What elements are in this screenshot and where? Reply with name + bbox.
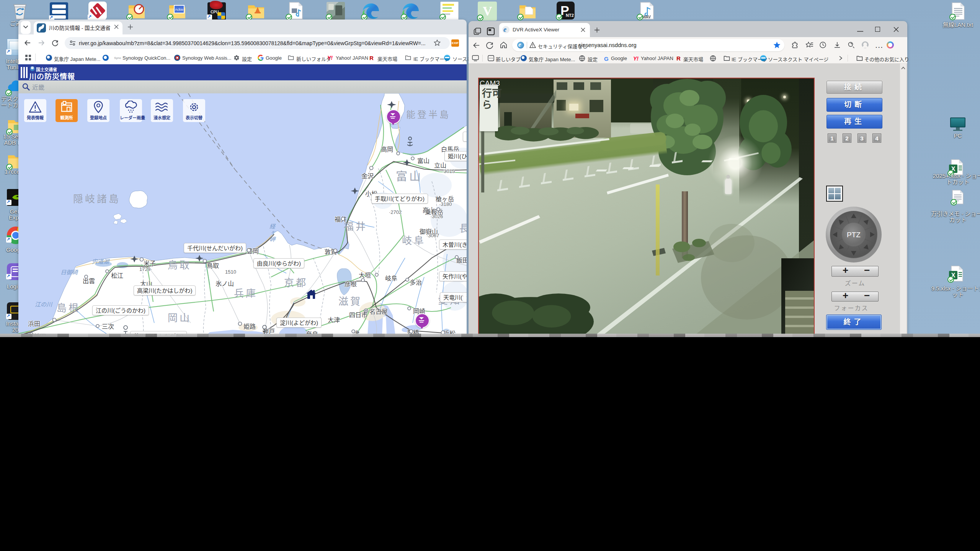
svg-text:Ackie: Ackie <box>175 8 183 11</box>
svg-text:WAV: WAV <box>642 15 651 19</box>
svg-text:PTZ: PTZ <box>847 231 861 239</box>
